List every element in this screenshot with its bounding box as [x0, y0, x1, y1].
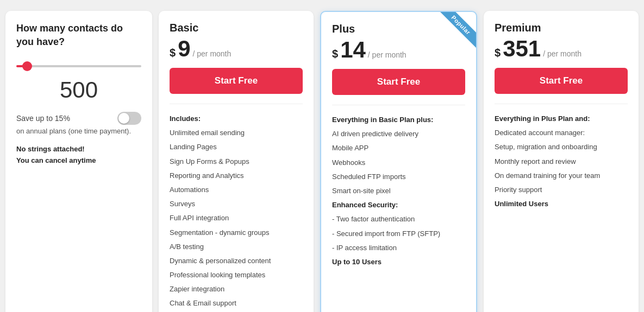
feature-item: Priority support: [495, 183, 628, 197]
feature-item: Unlimited email sending: [170, 126, 303, 140]
plan-name: Basic: [170, 22, 303, 34]
price-period: / per month: [192, 49, 231, 58]
feature-item: - IP access limitation: [332, 241, 465, 255]
contact-slider[interactable]: [16, 65, 141, 67]
feature-item: Sign Up Forms & Popups: [170, 155, 303, 169]
feature-item: - Two factor authentication: [332, 212, 465, 226]
plan-card-basic: Basic $ 9 / per month Start Free Include…: [159, 11, 314, 312]
price-row: $ 14 / per month: [332, 39, 465, 61]
price-period: / per month: [368, 50, 407, 59]
feature-item: Chat & Email support: [170, 296, 303, 310]
calculator-question: How many contacts do you have?: [16, 22, 141, 49]
feature-item: Landing Pages: [170, 140, 303, 154]
price-dollar: $: [170, 47, 176, 59]
plan-name: Plus: [332, 23, 465, 35]
feature-item: - Secured import from FTP (SFTP): [332, 227, 465, 241]
pricing-page: How many contacts do you have? 500 Save …: [5, 11, 639, 312]
divider: [170, 104, 303, 104]
feature-item: Enhanced Security:: [332, 198, 465, 212]
feature-item: Dedicated account manager:: [495, 126, 628, 140]
price-dollar: $: [495, 47, 501, 59]
price-row: $ 351 / per month: [495, 37, 628, 60]
feature-item: Smart on-site pixel: [332, 184, 465, 198]
price-amount: 351: [503, 37, 541, 60]
annual-toggle[interactable]: [117, 112, 141, 125]
feature-list: Everything in Plus Plan and:Dedicated ac…: [495, 112, 628, 211]
price-amount: 14: [340, 39, 366, 61]
feature-item: Scheduled FTP imports: [332, 170, 465, 184]
contact-calculator: How many contacts do you have? 500 Save …: [5, 11, 152, 312]
feature-item: Full API integration: [170, 211, 303, 225]
feature-item: Webhooks: [332, 156, 465, 170]
no-strings-line1: No strings attached!: [16, 144, 141, 155]
feature-item: Includes:: [170, 112, 303, 126]
start-free-button[interactable]: Start Free: [170, 68, 303, 94]
feature-item: Professional looking templates: [170, 268, 303, 282]
divider: [495, 104, 628, 104]
plan-card-plus: Popular Plus $ 14 / per month Start Free…: [320, 11, 477, 312]
plan-card-premium: Premium $ 351 / per month Start Free Eve…: [484, 11, 639, 312]
feature-item: Zapier integration: [170, 282, 303, 296]
feature-item: Everything in Basic Plan plus:: [332, 113, 465, 127]
feature-item: Up to 10 Users: [332, 255, 465, 269]
feature-item: Unlimited Users: [495, 197, 628, 211]
plan-name: Premium: [495, 22, 628, 34]
contact-slider-wrapper: [16, 60, 141, 69]
feature-list: Everything in Basic Plan plus:AI driven …: [332, 113, 465, 269]
divider: [332, 105, 465, 105]
price-row: $ 9 / per month: [170, 37, 303, 60]
feature-list: Includes:Unlimited email sendingLanding …: [170, 112, 303, 311]
start-free-button[interactable]: Start Free: [332, 69, 465, 95]
feature-item: Segmentation - dynamic groups: [170, 226, 303, 240]
feature-item: Reporting and Analytics: [170, 169, 303, 183]
feature-item: Setup, migration and onboarding: [495, 140, 628, 154]
feature-item: Surveys: [170, 197, 303, 211]
price-period: / per month: [543, 49, 582, 58]
feature-item: On demand training for your team: [495, 169, 628, 183]
feature-item: Automations: [170, 183, 303, 197]
save-row: Save up to 15%: [16, 112, 141, 125]
feature-item: A/B testing: [170, 240, 303, 254]
feature-item: Mobile APP: [332, 141, 465, 155]
save-label: Save up to 15%: [16, 114, 70, 123]
annual-note: on annual plans (one time payment).: [16, 127, 141, 135]
feature-item: Everything in Plus Plan and:: [495, 112, 628, 126]
feature-item: Dynamic & personalized content: [170, 254, 303, 268]
price-amount: 9: [178, 37, 190, 60]
no-strings-line2: You can cancel anytime: [16, 155, 141, 167]
start-free-button[interactable]: Start Free: [495, 68, 628, 94]
feature-item: AI driven predictive delivery: [332, 127, 465, 141]
price-dollar: $: [332, 48, 338, 60]
contact-count-display: 500: [16, 77, 141, 103]
feature-item: Monthly report and review: [495, 155, 628, 169]
